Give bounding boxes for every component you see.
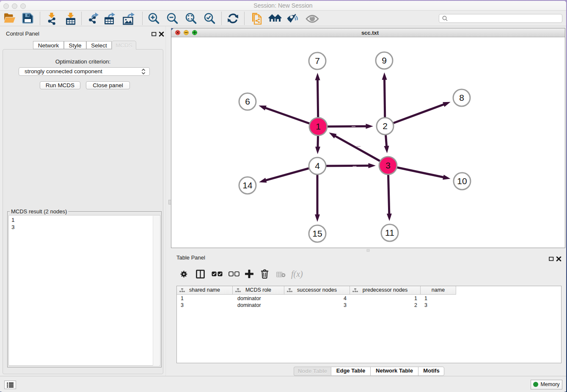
svg-text:3: 3 xyxy=(385,160,391,170)
svg-text:8: 8 xyxy=(459,93,464,102)
svg-text:15: 15 xyxy=(312,229,322,238)
svg-text:9: 9 xyxy=(382,55,387,65)
svg-text:11: 11 xyxy=(385,228,394,237)
svg-text:6: 6 xyxy=(245,97,250,106)
svg-text:14: 14 xyxy=(242,180,253,190)
svg-text:7: 7 xyxy=(315,56,320,66)
svg-text:4: 4 xyxy=(315,161,320,171)
svg-text:2: 2 xyxy=(383,121,388,131)
svg-text:10: 10 xyxy=(457,176,467,186)
svg-text:1: 1 xyxy=(316,121,321,131)
